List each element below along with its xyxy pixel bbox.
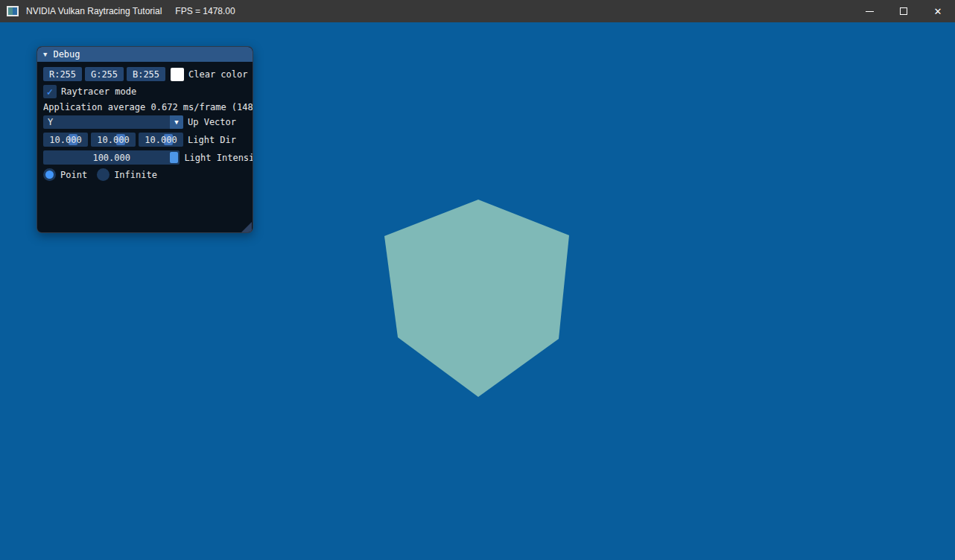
chevron-down-icon: ▼: [174, 118, 178, 126]
minimize-button[interactable]: [852, 0, 886, 22]
window-title-text: NVIDIA Vulkan Raytracing Tutorial: [26, 6, 162, 16]
light-intensity-label: Light Intensi: [184, 153, 253, 163]
close-icon: ✕: [934, 7, 942, 16]
raytracer-mode-checkbox[interactable]: ✓: [43, 85, 57, 98]
infinite-light-radio[interactable]: [97, 168, 110, 181]
light-dir-row: 10.000 10.000 10.000 Light Dir: [43, 133, 253, 147]
debug-panel[interactable]: ▼ Debug R:255 G:255 B:255 Clear col: [37, 46, 253, 233]
app-icon: [7, 6, 19, 16]
debug-panel-title: Debug: [53, 49, 80, 60]
light-intensity-row: 100.000 Light Intensi: [43, 150, 253, 165]
collapse-arrow-icon[interactable]: ▼: [43, 51, 47, 58]
r-value-button[interactable]: R:255: [43, 67, 82, 81]
os-titlebar[interactable]: NVIDIA Vulkan Raytracing Tutorial FPS = …: [0, 0, 955, 22]
g-value-label: G:255: [91, 69, 118, 80]
check-icon: ✓: [47, 86, 53, 97]
radio-selected-dot: [45, 171, 54, 179]
light-intensity-slider[interactable]: 100.000: [43, 150, 180, 165]
g-value-button[interactable]: G:255: [85, 67, 124, 81]
performance-text: Application average 0.672 ms/frame (1488: [43, 102, 253, 112]
light-dir-z-field[interactable]: 10.000: [139, 133, 183, 147]
combo-arrow-button[interactable]: ▼: [170, 115, 183, 129]
light-dir-y-field[interactable]: 10.000: [91, 133, 136, 147]
window-controls: ✕: [852, 0, 955, 22]
light-dir-x-value: 10.000: [49, 135, 81, 145]
slider-grab[interactable]: [170, 152, 178, 163]
point-light-label: Point: [60, 170, 87, 180]
b-value-label: B:255: [133, 69, 159, 80]
light-dir-x-field[interactable]: 10.000: [43, 133, 88, 147]
light-dir-label: Light Dir: [188, 135, 236, 145]
cube: [384, 200, 569, 397]
render-viewport[interactable]: ▼ Debug R:255 G:255 B:255 Clear col: [0, 22, 955, 560]
raytracer-mode-label: Raytracer mode: [61, 86, 136, 97]
light-dir-z-value: 10.000: [145, 135, 177, 145]
app-window: NVIDIA Vulkan Raytracing Tutorial FPS = …: [0, 0, 955, 560]
debug-panel-content: R:255 G:255 B:255 Clear color ✓: [37, 62, 253, 233]
raytracer-mode-row: ✓ Raytracer mode: [43, 85, 253, 98]
debug-panel-titlebar[interactable]: ▼ Debug: [37, 47, 253, 62]
maximize-icon: [900, 7, 907, 15]
window-title: NVIDIA Vulkan Raytracing Tutorial FPS = …: [26, 6, 235, 16]
infinite-light-label: Infinite: [114, 170, 157, 180]
clear-color-row: R:255 G:255 B:255 Clear color: [43, 67, 253, 81]
b-value-button[interactable]: B:255: [127, 67, 165, 81]
clear-color-label: Clear color: [188, 69, 247, 80]
maximize-button[interactable]: [886, 0, 921, 22]
close-button[interactable]: ✕: [921, 0, 955, 22]
light-dir-y-value: 10.000: [97, 135, 129, 145]
clear-color-swatch[interactable]: [171, 68, 184, 81]
fps-counter: FPS = 1478.00: [175, 6, 235, 16]
up-vector-value: Y: [43, 117, 53, 127]
up-vector-label: Up Vector: [188, 117, 236, 127]
minimize-icon: [866, 11, 874, 12]
up-vector-row: Y ▼ Up Vector: [43, 115, 253, 129]
light-type-row: Point Infinite: [43, 168, 253, 181]
up-vector-combo[interactable]: Y ▼: [43, 115, 183, 129]
r-value-label: R:255: [49, 69, 76, 80]
light-intensity-value: 100.000: [92, 153, 130, 163]
resize-grip[interactable]: [241, 222, 252, 232]
point-light-radio[interactable]: [43, 168, 56, 181]
